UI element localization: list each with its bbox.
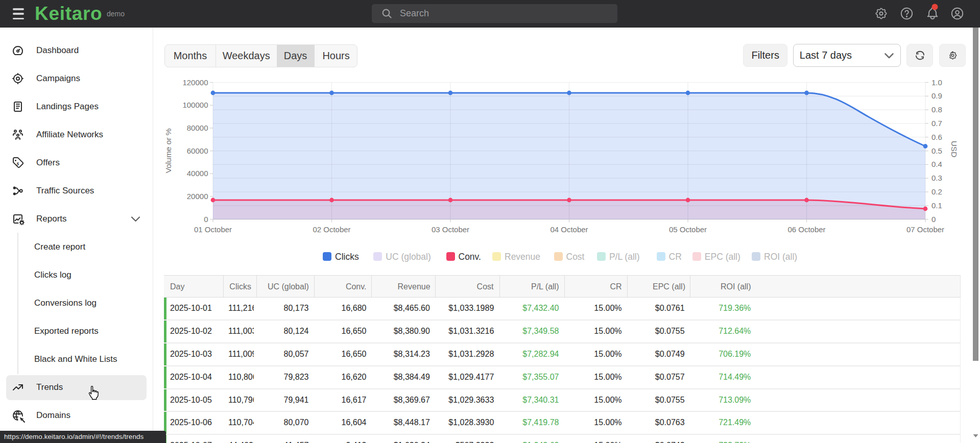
- svg-text:60000: 60000: [187, 146, 208, 155]
- svg-text:03 October: 03 October: [432, 225, 469, 234]
- svg-text:01 October: 01 October: [194, 225, 232, 234]
- svg-text:07 October: 07 October: [906, 225, 944, 234]
- svg-text:0.8: 0.8: [931, 105, 942, 114]
- svg-text:0.4: 0.4: [931, 160, 942, 168]
- svg-text:0: 0: [931, 215, 936, 224]
- svg-text:120000: 120000: [182, 78, 208, 87]
- svg-text:80000: 80000: [187, 124, 208, 132]
- svg-text:Volume or %: Volume or %: [164, 128, 173, 173]
- svg-text:05 October: 05 October: [669, 225, 707, 234]
- svg-text:02 October: 02 October: [313, 225, 350, 234]
- svg-text:0.3: 0.3: [931, 174, 942, 182]
- svg-text:0.1: 0.1: [931, 201, 942, 210]
- svg-text:100000: 100000: [182, 101, 208, 109]
- svg-text:06 October: 06 October: [787, 225, 825, 234]
- svg-text:20000: 20000: [187, 192, 208, 201]
- svg-text:0.2: 0.2: [931, 187, 942, 196]
- svg-text:0.6: 0.6: [931, 133, 942, 141]
- svg-text:40000: 40000: [187, 169, 208, 178]
- svg-text:USD: USD: [950, 141, 959, 158]
- svg-text:0.7: 0.7: [931, 119, 942, 128]
- svg-text:0: 0: [204, 215, 208, 224]
- svg-text:04 October: 04 October: [550, 225, 588, 234]
- svg-text:s: s: [16, 160, 19, 167]
- svg-text:0.5: 0.5: [931, 146, 942, 155]
- svg-text:0.9: 0.9: [931, 91, 942, 100]
- svg-text:1.0: 1.0: [931, 78, 942, 87]
